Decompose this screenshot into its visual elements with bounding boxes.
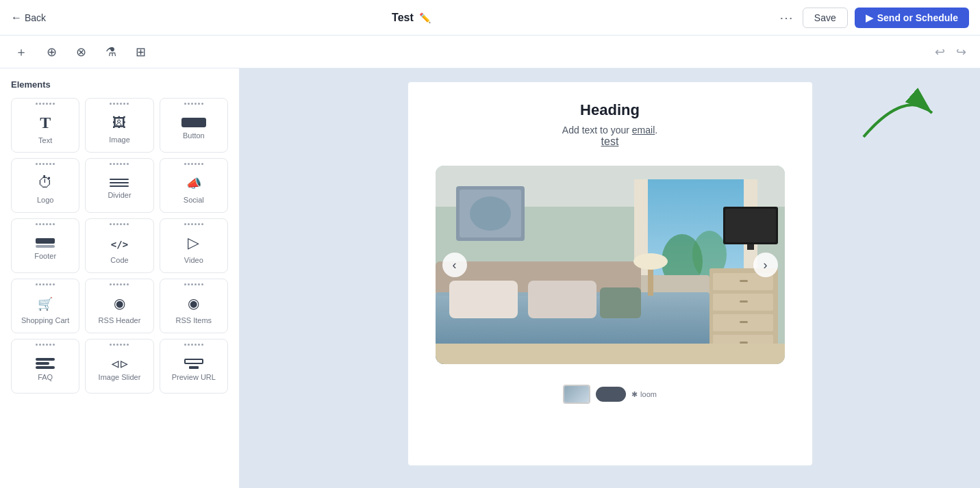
top-bar-left: ← Back [11,12,46,24]
rss-items-icon [188,294,199,312]
elements-heading: Elements [11,79,228,90]
image-slider-icon: ◁ ▷ [112,359,128,369]
layers-icon: ⊕ [47,44,57,60]
element-image-slider[interactable]: ◁ ▷ Image Slider [85,339,153,394]
send-or-schedule-button[interactable]: ▶ Send or Schedule [855,8,969,28]
loom-label: loom [640,390,657,398]
annotation-arrow [850,75,946,146]
main-content: Elements Text Image Button [0,68,980,488]
svg-rect-11 [725,209,776,242]
rss-items-label: RSS Items [176,316,212,324]
carousel-thumb-1[interactable] [563,385,590,404]
video-label: Video [184,256,203,264]
toolbar-right: ↩ ↪ [932,42,969,62]
text-icon [40,114,51,132]
elements-grid: Text Image Button ⏱ Logo [11,98,228,394]
element-social[interactable]: Social [160,158,228,213]
svg-rect-19 [740,300,748,303]
svg-rect-25 [449,281,518,318]
email-body: Heading Add text to your email. test [408,82,812,465]
page-title: Test [392,12,414,24]
save-button[interactable]: Save [803,8,848,28]
flask-button[interactable]: ⚗ [101,40,121,64]
svg-rect-21 [740,342,748,344]
svg-rect-20 [740,321,748,323]
edit-title-icon[interactable]: ✏️ [419,12,431,23]
drag-handle [184,103,203,105]
drag-handle [184,283,203,285]
button-label: Button [183,131,205,140]
canvas-area[interactable]: Heading Add text to your email. test [240,68,980,488]
carousel-active-indicator[interactable] [596,387,626,402]
text-label: Text [38,136,52,144]
divider-label: Divider [108,191,131,199]
loom-icon: ✱ [631,390,638,399]
loom-indicator: ✱ loom [631,390,657,399]
drag-handle [36,103,55,105]
element-rss-items[interactable]: RSS Items [160,279,228,333]
email-subtext: Add text to your email. [436,125,785,136]
element-shopping-cart[interactable]: Shopping Cart [11,279,79,333]
element-code[interactable]: Code [85,218,153,273]
filter-button[interactable]: ⊗ [72,40,90,64]
element-footer[interactable]: Footer [11,218,79,273]
undo-button[interactable]: ↩ [932,42,948,62]
drag-handle [110,103,129,105]
second-toolbar: ＋ ⊕ ⊗ ⚗ ⊞ ↩ ↪ [0,36,980,68]
footer-icon [36,238,55,248]
grid-button[interactable]: ⊞ [131,40,150,64]
code-label: Code [110,256,128,264]
back-button[interactable]: ← Back [11,12,46,24]
redo-button[interactable]: ↪ [953,42,969,62]
bedroom-svg [436,166,785,364]
drag-handle [184,163,203,165]
element-faq[interactable]: FAQ [11,339,79,394]
layers-button[interactable]: ⊕ [42,40,61,64]
element-video[interactable]: Video [160,218,228,273]
faq-icon [36,358,55,369]
carousel: ‹ › [436,166,785,364]
social-icon [186,174,201,192]
image-slider-label: Image Slider [99,373,141,381]
back-arrow-icon: ← [11,12,22,24]
email-test-link[interactable]: test [601,136,619,147]
back-label: Back [25,12,46,23]
element-rss-header[interactable]: RSS Header [85,279,153,333]
email-link[interactable]: email [632,125,655,136]
send-plane-icon: ▶ [866,12,873,23]
footer-label: Footer [34,252,56,260]
add-element-button[interactable]: ＋ [11,40,32,64]
svg-rect-33 [436,344,785,364]
element-logo[interactable]: ⏱ Logo [11,158,79,213]
logo-label: Logo [37,196,53,204]
element-image[interactable]: Image [85,98,153,153]
image-icon [112,114,126,131]
drag-handle [184,344,203,346]
plus-icon: ＋ [15,44,27,60]
filter-icon: ⊗ [76,44,86,60]
button-icon [181,118,206,127]
email-heading: Heading [436,101,785,119]
drag-handle [110,163,129,165]
element-preview-url[interactable]: Preview URL [160,339,228,394]
faq-label: FAQ [38,373,53,381]
drag-handle [36,223,55,225]
image-label: Image [109,136,130,144]
more-options-button[interactable]: ⋯ [777,7,796,29]
carousel-next-button[interactable]: › [753,253,778,277]
element-divider[interactable]: Divider [85,158,153,213]
element-text[interactable]: Text [11,98,79,153]
rss-header-label: RSS Header [99,316,141,324]
divider-icon [110,179,129,187]
carousel-prev-button[interactable]: ‹ [442,253,467,277]
preview-url-label: Preview URL [172,373,216,381]
element-button[interactable]: Button [160,98,228,153]
video-icon [188,234,199,252]
logo-icon: ⏱ [38,174,53,192]
carousel-image [436,166,785,364]
elements-sidebar: Elements Text Image Button [0,68,240,488]
svg-rect-26 [528,281,596,318]
flask-icon: ⚗ [105,44,116,60]
shopping-cart-label: Shopping Cart [21,316,69,324]
shopping-cart-icon [38,294,53,312]
